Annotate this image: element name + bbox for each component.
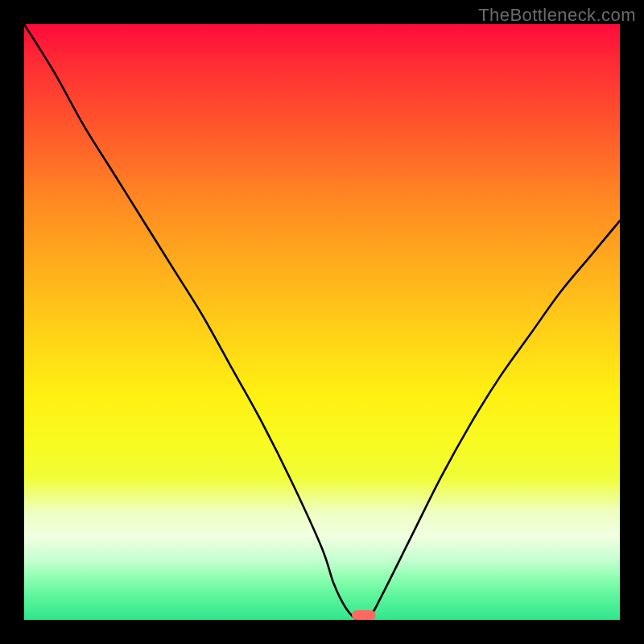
bottleneck-curve-svg [24, 24, 620, 620]
bottleneck-curve [24, 24, 620, 620]
chart-frame: TheBottleneck.com [0, 0, 644, 644]
plot-area [24, 24, 620, 620]
optimum-marker [352, 610, 376, 620]
watermark-text: TheBottleneck.com [478, 5, 636, 26]
